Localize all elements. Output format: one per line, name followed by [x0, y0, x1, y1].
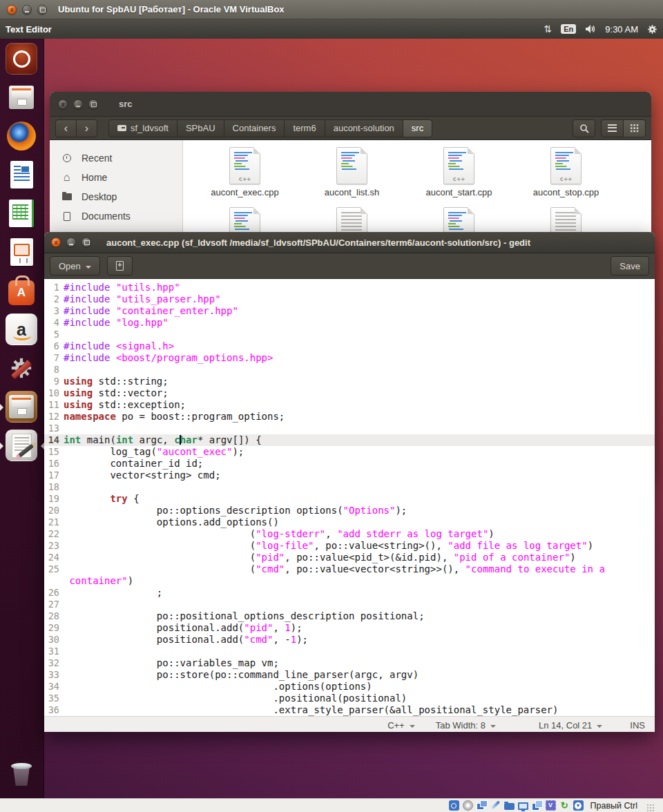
grid-view-button[interactable]: [623, 119, 646, 137]
optical-disk-icon[interactable]: [463, 800, 473, 811]
code-line[interactable]: 9using std::string;: [44, 376, 655, 387]
code-line[interactable]: 35 .positional(positional): [44, 693, 655, 704]
launcher-item-firefox[interactable]: [0, 120, 44, 153]
forward-button[interactable]: ›: [76, 119, 97, 137]
launcher-item-trash[interactable]: [0, 760, 44, 793]
code-line[interactable]: 16 container_id id;: [44, 458, 655, 470]
code-line[interactable]: 17 vector<string> cmd;: [44, 470, 655, 481]
code-line[interactable]: 1#include "utils.hpp": [44, 282, 655, 293]
breadcrumb-aucont-solution[interactable]: aucont-solution: [325, 119, 403, 137]
tab-width-selector[interactable]: Tab Width: 8: [436, 720, 486, 731]
code-line[interactable]: 29 positional.add("pid", 1);: [44, 622, 655, 634]
code-line[interactable]: 15 log_tag("aucont_exec");: [44, 446, 655, 458]
code-line[interactable]: 24 ("pid", po::value<pid_t>(&id.pid), "p…: [44, 552, 655, 563]
minimize-button[interactable]: [73, 99, 83, 109]
minimize-button[interactable]: [66, 238, 76, 247]
sidebar-item-documents[interactable]: Documents: [50, 206, 182, 226]
sidebar-item-desktop[interactable]: Desktop: [50, 187, 182, 206]
breadcrumb-sf_ldvsoft[interactable]: sf_ldvsoft: [108, 119, 177, 137]
launcher-item-libreoffice-impress[interactable]: [0, 236, 44, 269]
virtualization-features-icon[interactable]: [546, 800, 556, 811]
hard-disk-icon[interactable]: [449, 800, 459, 811]
code-line[interactable]: 25 ("cmd", po::value<vector<string>>(), …: [44, 563, 655, 575]
volume-icon[interactable]: [585, 24, 596, 34]
host-close-button[interactable]: [7, 5, 17, 14]
launcher-item-system-settings[interactable]: [0, 352, 44, 385]
file-item[interactable]: c++aucont_exec.cpp: [191, 147, 298, 197]
sidebar-item-recent[interactable]: Recent: [50, 148, 182, 168]
cursor-position[interactable]: Ln 14, Col 21: [539, 720, 592, 731]
file-item[interactable]: c++aucont_stop.cpp: [512, 147, 619, 197]
close-button[interactable]: [51, 238, 61, 247]
breadcrumb-SPbAU[interactable]: SPbAU: [177, 119, 224, 137]
clock[interactable]: 9:30 AM: [605, 24, 638, 35]
code-line[interactable]: 10using std::vector;: [44, 387, 655, 399]
code-line[interactable]: 6#include <signal.h>: [44, 340, 655, 352]
gedit-titlebar[interactable]: aucont_exec.cpp (sf_ldvsoft /media/sf_ld…: [44, 232, 655, 253]
new-document-button[interactable]: [107, 256, 133, 276]
code-line[interactable]: 23 ("log-file", po::value<string>(), "ad…: [44, 540, 655, 552]
code-line[interactable]: 33 po::store(po::command_line_parser(arg…: [44, 669, 655, 681]
back-button[interactable]: ‹: [55, 119, 77, 137]
code-line[interactable]: 2#include "utils_parser.hpp": [44, 293, 655, 305]
breadcrumb-src[interactable]: src: [403, 119, 432, 137]
shared-folders-icon[interactable]: [504, 803, 515, 810]
code-line[interactable]: 12namespace po = boost::program_options;: [44, 411, 655, 423]
code-line[interactable]: 8: [44, 364, 655, 376]
session-gear-icon[interactable]: [647, 24, 657, 35]
code-line[interactable]: 26 ;: [44, 587, 655, 599]
code-line[interactable]: 34 .options(options): [44, 681, 655, 693]
language-indicator[interactable]: En: [561, 24, 576, 34]
search-button[interactable]: [573, 119, 595, 137]
open-button[interactable]: Open: [50, 256, 100, 276]
list-view-button[interactable]: [601, 119, 624, 137]
app-menu-title[interactable]: Text Editor: [6, 24, 52, 35]
code-line[interactable]: 13: [44, 423, 655, 434]
host-maximize-button[interactable]: [37, 5, 47, 14]
breadcrumb-Containers[interactable]: Containers: [224, 119, 285, 137]
host-minimize-button[interactable]: [22, 5, 32, 14]
code-line[interactable]: 30 positional.add("cmd", -1);: [44, 634, 655, 646]
code-editor[interactable]: 1#include "utils.hpp"2#include "utils_pa…: [44, 279, 655, 716]
code-line[interactable]: 14int main(int argc, char* argv[]) {: [44, 434, 655, 446]
files-titlebar[interactable]: src: [50, 92, 651, 117]
maximize-button[interactable]: [81, 238, 91, 247]
network-icon[interactable]: [477, 800, 487, 811]
launcher-item-amazon[interactable]: a: [0, 313, 44, 347]
code-line[interactable]: 4#include "log.hpp": [44, 317, 655, 329]
code-line[interactable]: 3#include "container_enter.hpp": [44, 305, 655, 317]
code-line[interactable]: 32 po::variables_map vm;: [44, 657, 655, 669]
maximize-button[interactable]: [88, 99, 98, 109]
file-item[interactable]: c++aucont_start.cpp: [405, 147, 512, 197]
video-capture-icon[interactable]: [532, 800, 542, 811]
code-line[interactable]: 5: [44, 329, 655, 340]
code-line[interactable]: container"): [44, 575, 655, 587]
code-line[interactable]: 31: [44, 646, 655, 657]
launcher-item-text-editor[interactable]: [0, 429, 44, 463]
code-line[interactable]: 18: [44, 481, 655, 493]
launcher-item-libreoffice-calc[interactable]: [0, 197, 44, 231]
launcher-item-libreoffice-writer[interactable]: [0, 159, 44, 192]
resize-grip[interactable]: [646, 804, 655, 812]
code-line[interactable]: 11using std::exception;: [44, 399, 655, 411]
code-line[interactable]: 22 ("log-stderr", "add stderr as log tar…: [44, 528, 655, 540]
keyboard-indicator-icon[interactable]: ⇅: [544, 23, 552, 35]
chevron-down-icon[interactable]: [597, 725, 602, 731]
close-button[interactable]: [58, 99, 68, 109]
code-line[interactable]: 28 po::positional_options_description po…: [44, 610, 655, 622]
vbox-titlebar[interactable]: Ubuntu for SpbAU [Работает] - Oracle VM …: [0, 0, 663, 19]
code-line[interactable]: 7#include <boost/program_options.hpp>: [44, 352, 655, 364]
code-line[interactable]: 27: [44, 599, 655, 610]
code-line[interactable]: 21 options.add_options(): [44, 516, 655, 528]
sidebar-item-home[interactable]: ⌂Home: [50, 168, 182, 187]
file-item[interactable]: aucont_list.sh: [298, 147, 405, 197]
code-line[interactable]: 36 .extra_style_parser(&all_positional_s…: [44, 704, 655, 716]
launcher-item-files-window[interactable]: [0, 391, 44, 424]
launcher-item-dash[interactable]: [0, 43, 44, 76]
mouse-integration-icon[interactable]: ↻: [559, 800, 570, 811]
code-line[interactable]: 20 po::options_description options("Opti…: [44, 505, 655, 516]
save-button[interactable]: Save: [611, 256, 649, 276]
usb-icon[interactable]: [490, 800, 501, 811]
display-icon[interactable]: [518, 802, 528, 810]
language-selector[interactable]: C++: [387, 720, 405, 731]
